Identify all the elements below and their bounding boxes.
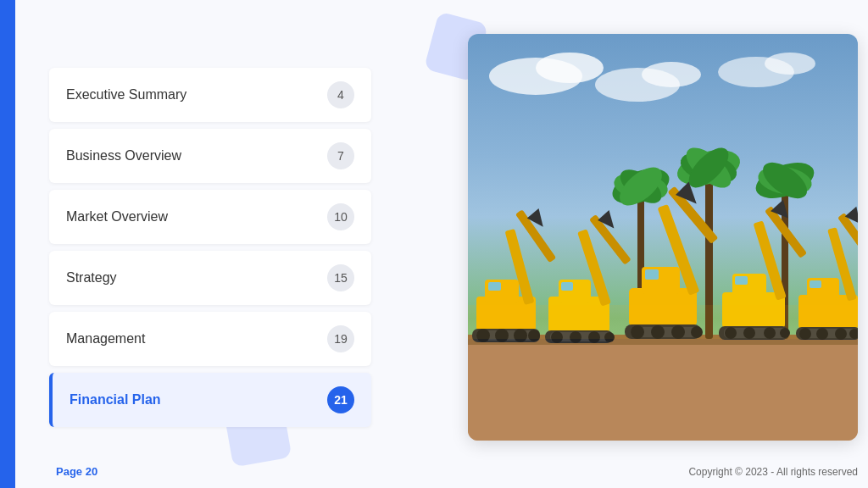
toc-page: 19 [327,325,354,352]
svg-rect-82 [468,305,858,339]
left-accent-bar [0,0,15,488]
toc-item-strategy[interactable]: Strategy 15 [49,251,371,305]
toc-page: 7 [327,142,354,169]
svg-rect-72 [810,280,821,288]
svg-point-3 [642,62,701,87]
toc-page-active: 21 [327,386,354,413]
hero-image [468,34,858,441]
toc-item-market-overview[interactable]: Market Overview 10 [49,190,371,244]
footer-page-info: Page 20 [56,465,97,478]
toc-label: Strategy [66,270,117,286]
toc-page: 15 [327,264,354,291]
svg-point-1 [536,53,604,83]
svg-rect-48 [645,269,659,280]
toc-panel: Executive Summary 4 Business Overview 7 … [49,68,371,434]
toc-label: Executive Summary [66,87,186,103]
footer-copyright: Copyright © 2023 - All rights reserved [688,466,858,478]
footer-page-prefix: Page [56,465,86,478]
main-content: Executive Summary 4 Business Overview 7 … [15,0,868,488]
toc-label: Business Overview [66,148,181,164]
toc-item-executive-summary[interactable]: Executive Summary 4 [49,68,371,122]
svg-point-5 [765,53,815,75]
toc-label-active: Financial Plan [70,392,161,408]
toc-page: 10 [327,203,354,230]
svg-rect-60 [735,276,748,285]
toc-label: Management [66,331,145,347]
toc-item-management[interactable]: Management 19 [49,312,371,366]
footer-page-number: 20 [86,465,97,478]
toc-page: 4 [327,81,354,108]
footer: Page 20 Copyright © 2023 - All rights re… [31,465,868,478]
toc-item-business-overview[interactable]: Business Overview 7 [49,129,371,183]
svg-rect-36 [561,282,573,291]
svg-rect-6 [468,339,858,441]
svg-rect-24 [488,282,501,291]
toc-item-financial-plan[interactable]: Financial Plan 21 [49,373,371,427]
photo-scene [468,34,858,441]
toc-label: Market Overview [66,209,168,225]
